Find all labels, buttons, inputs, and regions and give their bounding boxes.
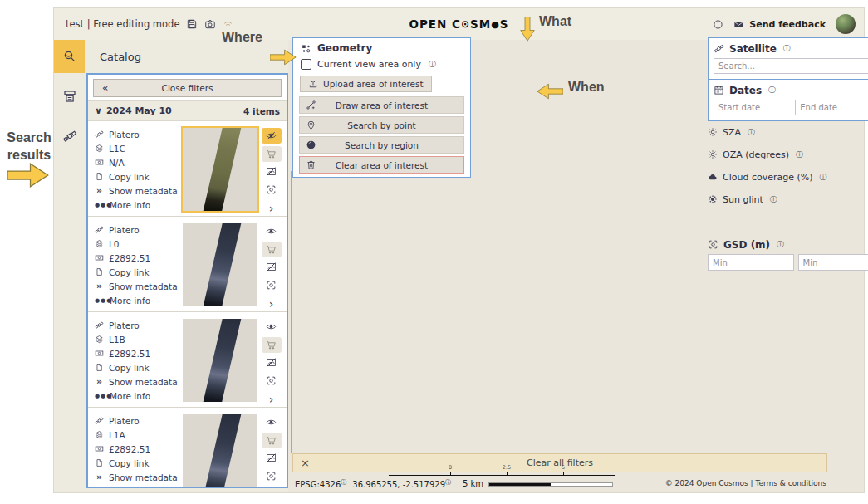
zoom-to-item-button[interactable]	[262, 373, 282, 389]
processing-level-icon	[95, 239, 104, 248]
result-item[interactable]: Platero L0 £2892.51 Copy link »Show meta…	[88, 217, 287, 312]
open-cosmos-logo: OPEN C⊙SM●S	[409, 8, 508, 40]
satellite-icon	[95, 225, 104, 234]
copy-link-button[interactable]: Copy link	[95, 456, 183, 470]
sun-glint-filter-row: Sun glintⓘ ⊕	[708, 191, 868, 208]
scale-bar	[488, 482, 613, 487]
toggle-visibility-button[interactable]	[262, 128, 282, 144]
zoom-to-item-button[interactable]	[262, 468, 282, 484]
results-date-group[interactable]: ∨2024 May 10 4 items	[88, 100, 287, 121]
toggle-visibility-button[interactable]	[262, 319, 282, 335]
group-date: 2024 May 10	[106, 105, 172, 116]
price-icon	[95, 444, 104, 453]
search-by-region-button[interactable]: Search by region	[299, 136, 464, 154]
hide-footprint-button[interactable]	[262, 164, 282, 180]
result-item[interactable]: Platero L1A £2892.51 Copy link »Show met…	[88, 408, 287, 488]
toggle-visibility-button[interactable]	[262, 223, 282, 239]
info-icon[interactable]	[713, 19, 723, 30]
more-info-button[interactable]: ●●●More info	[95, 198, 183, 212]
image-slash-icon	[266, 357, 277, 368]
result-item[interactable]: Platero L1C N/A Copy link »Show metadata…	[88, 121, 287, 217]
copy-link-button[interactable]: Copy link	[95, 265, 183, 279]
add-to-cart-button[interactable]	[262, 433, 282, 448]
show-metadata-button[interactable]: »Show metadata	[95, 279, 183, 293]
gsd-focus-icon	[708, 239, 718, 250]
image-slash-icon	[266, 262, 277, 272]
cart-icon	[266, 435, 277, 446]
show-metadata-button[interactable]: »Show metadata	[95, 470, 183, 484]
checkbox[interactable]	[301, 59, 311, 70]
show-metadata-button[interactable]: »Show metadata	[95, 183, 183, 198]
result-thumbnail[interactable]	[183, 128, 257, 211]
user-avatar[interactable]	[836, 14, 856, 34]
info-icon: ⓘ	[429, 59, 436, 70]
result-item[interactable]: Platero L1B £2892.51 Copy link »Show met…	[88, 312, 287, 408]
info-icon: ⓘ	[768, 85, 776, 95]
more-info-button[interactable]: ●●●More info	[95, 484, 183, 488]
double-chevron-icon: »	[95, 185, 104, 196]
scale-label: 5 km	[463, 479, 483, 488]
result-thumbnail[interactable]	[183, 414, 257, 488]
save-icon[interactable]	[186, 18, 198, 30]
result-price: N/A	[109, 158, 125, 168]
send-feedback-button[interactable]: Send feedback	[733, 19, 826, 30]
more-dots-icon: ●●●	[95, 297, 105, 304]
expand-item-button[interactable]: ›	[262, 391, 282, 407]
result-satellite: Platero	[109, 321, 140, 330]
hide-footprint-button[interactable]	[262, 451, 282, 467]
left-nav-rail	[54, 40, 85, 492]
more-info-button[interactable]: ●●●More info	[95, 293, 183, 307]
document-icon	[95, 267, 104, 276]
close-filters-button[interactable]: « Close filters	[93, 79, 282, 97]
point-pin-icon	[306, 120, 316, 130]
nav-satellites[interactable]	[54, 120, 85, 153]
result-level: L1A	[109, 430, 125, 440]
gsd-max-input[interactable]	[798, 254, 868, 271]
zoom-to-item-button[interactable]	[262, 277, 282, 293]
result-price: £2892.51	[109, 444, 150, 454]
info-icon: ⓘ	[748, 127, 755, 138]
cursor-coordinates: 36.965255, -2.517929ⓘ	[352, 478, 451, 489]
current-view-checkbox-row[interactable]: Current view area only ⓘ	[293, 56, 470, 72]
expand-item-button[interactable]: ›	[262, 487, 282, 488]
show-metadata-button[interactable]: »Show metadata	[95, 374, 183, 389]
double-chevron-icon: »	[95, 281, 104, 291]
zoom-to-item-button[interactable]	[262, 182, 282, 198]
hide-footprint-button[interactable]	[262, 355, 282, 371]
end-date-input[interactable]	[795, 100, 868, 115]
gsd-min-input[interactable]	[708, 254, 794, 271]
chevron-right-icon: ›	[269, 298, 274, 310]
hide-footprint-button[interactable]	[262, 260, 282, 276]
info-icon: ⓘ	[341, 479, 346, 486]
draw-aoi-button[interactable]: Draw area of interest	[299, 96, 464, 114]
add-to-cart-button[interactable]	[262, 146, 282, 162]
sun-icon	[708, 149, 718, 159]
result-thumbnail[interactable]	[183, 223, 257, 306]
copy-link-button[interactable]: Copy link	[95, 169, 183, 183]
double-chevron-icon: »	[95, 472, 104, 482]
upload-aoi-button[interactable]: Upload area of interest	[300, 76, 432, 92]
map-canvas[interactable]: Geometry Current view area only ⓘ Upload…	[288, 40, 864, 492]
expand-item-button[interactable]: ›	[262, 200, 282, 216]
search-by-point-button[interactable]: Search by point	[299, 116, 464, 134]
price-icon	[95, 349, 104, 358]
processing-level-icon	[95, 335, 104, 344]
arrow-right-icon	[270, 47, 297, 67]
nav-catalog-search[interactable]	[54, 40, 85, 73]
copy-link-button[interactable]: Copy link	[95, 360, 183, 374]
toggle-visibility-button[interactable]	[262, 414, 282, 430]
nav-orders[interactable]	[54, 80, 85, 113]
add-to-cart-button[interactable]	[262, 242, 282, 257]
more-info-button[interactable]: ●●●More info	[95, 389, 183, 403]
result-thumbnail[interactable]	[183, 319, 257, 402]
satellite-search-input[interactable]	[714, 58, 868, 74]
start-date-input[interactable]	[714, 100, 795, 115]
oza-filter-row: OZA (degrees)ⓘ ⊕	[708, 146, 868, 163]
close-icon[interactable]: ×	[301, 457, 310, 469]
eye-icon	[266, 226, 277, 237]
expand-item-button[interactable]: ›	[262, 296, 282, 311]
clear-aoi-button[interactable]: Clear area of interest	[299, 156, 464, 174]
screenshot-camera-icon[interactable]	[204, 18, 216, 30]
image-slash-icon	[266, 166, 277, 177]
add-to-cart-button[interactable]	[262, 337, 282, 353]
